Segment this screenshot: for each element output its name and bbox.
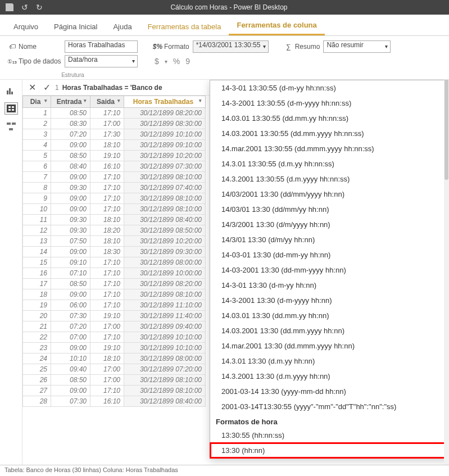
title-bar: ↺ ↻ Cálculo com Horas - Power BI Desktop	[0, 0, 449, 15]
table-row[interactable]: 1607:1017:1030/12/1899 10:00:00	[23, 268, 206, 279]
table-row[interactable]: 1109:3018:1030/12/1899 08:40:00	[23, 215, 206, 225]
chevron-down-icon[interactable]: ▾	[84, 98, 87, 103]
format-option[interactable]: 14.3.2001 13:30:55 (d.m.yyyy hh:nn:ss)	[210, 171, 449, 187]
tab-home[interactable]: Página Inicial	[46, 17, 105, 35]
report-view-button[interactable]	[4, 84, 18, 97]
format-label: Formato	[164, 43, 189, 51]
table-row[interactable]: 608:4016:1030/12/1899 07:30:00	[23, 161, 206, 172]
table-row[interactable]: 1009:0017:1030/12/1899 08:10:00	[23, 204, 206, 215]
table-row[interactable]: 1209:3018:2030/12/1899 08:50:00	[23, 225, 206, 236]
dropdown-section-time: Formatos de hora	[210, 414, 449, 428]
format-option[interactable]: 14/3/01 13:30 (d/m/yy hh:nn)	[210, 232, 449, 247]
format-select[interactable]: *14/03/2001 13:30:55▾	[193, 40, 269, 53]
table-row[interactable]: 1708:5017:1030/12/1899 08:20:00	[23, 279, 206, 289]
table-row[interactable]: 1509:1017:1030/12/1899 08:00:00	[23, 257, 206, 268]
table-row[interactable]: 409:0018:1030/12/1899 09:10:00	[23, 140, 206, 151]
status-bar: Tabela: Banco de Horas (30 linhas) Colun…	[0, 465, 449, 476]
name-input[interactable]: Horas Trabalhadas	[65, 40, 138, 53]
format-option[interactable]: 14.3.01 13:30 (d.m.yy hh:nn)	[210, 353, 449, 369]
data-view-button[interactable]	[4, 102, 18, 115]
cancel-formula-button[interactable]: ✕	[26, 81, 38, 94]
table-row[interactable]: 2608:5017:0030/12/1899 08:10:00	[23, 375, 206, 386]
table-row[interactable]: 2107:2017:0030/12/1899 09:40:00	[23, 321, 206, 332]
commit-formula-button[interactable]: ✓	[40, 81, 53, 94]
format-option[interactable]: 14.mar.2001 13:30 (dd.mmm.yyyy hh:nn)	[210, 338, 449, 353]
table-row[interactable]: 307:2017:3030/12/1899 10:10:00	[23, 129, 206, 140]
chevron-down-icon: ▾	[132, 58, 135, 64]
format-option[interactable]: 14.mar.2001 13:30:55 (dd.mmm.yyyy hh:nn:…	[210, 141, 449, 156]
format-option[interactable]: 14.03.01 13:30 (dd.mm.yy hh:nn)	[210, 308, 449, 323]
format-option[interactable]: 14/3/2001 13:30 (d/m/yyyy hh:nn)	[210, 217, 449, 232]
summary-label: Resumo	[295, 43, 320, 51]
table-row[interactable]: 709:0017:1030/12/1899 08:10:00	[23, 172, 206, 183]
redo-icon[interactable]: ↻	[36, 3, 43, 12]
ribbon-tabs: Arquivo Página Inicial Ajuda Ferramentas…	[0, 15, 449, 36]
scrollbar-thumb[interactable]	[445, 80, 448, 180]
format-option[interactable]: 14-03-01 13:30 (dd-mm-yy hh:nn)	[210, 247, 449, 262]
undo-icon[interactable]: ↺	[21, 3, 28, 12]
sigma-icon: ∑	[284, 43, 293, 51]
format-option[interactable]: 2001-03-14 13:30 (yyyy-mm-dd hh:nn)	[210, 384, 449, 399]
format-option[interactable]: 2001-03-14T13:30:55 (yyyy"-"mm"-"dd"T"hh…	[210, 399, 449, 414]
tab-column-tools[interactable]: Ferramentas de coluna	[229, 15, 324, 35]
col-saida[interactable]: Saida▾	[90, 96, 124, 108]
chevron-down-icon[interactable]: ▾	[44, 98, 47, 103]
chevron-down-icon[interactable]: ▾	[199, 98, 202, 103]
view-rail	[0, 80, 22, 476]
table-row[interactable]: 1307:5018:1030/12/1899 10:20:00	[23, 236, 206, 247]
format-option[interactable]: 14/03/2001 13:30 (dd/mm/yyyy hh:nn)	[210, 187, 449, 202]
tab-help[interactable]: Ajuda	[105, 17, 139, 35]
table-row[interactable]: 1906:0017:1030/12/1899 11:10:00	[23, 300, 206, 311]
table-row[interactable]: 1809:0017:1030/12/1899 08:10:00	[23, 289, 206, 300]
format-option[interactable]: 14-3-01 13:30:55 (d-m-yy hh:nn:ss)	[210, 80, 449, 96]
chevron-down-icon: ▾	[385, 43, 388, 49]
table-row[interactable]: 2709:0017:1030/12/1899 08:10:00	[23, 386, 206, 396]
datatype-icon: ①₂₃	[8, 57, 16, 66]
app-title: Cálculo com Horas - Power BI Desktop	[170, 3, 287, 11]
format-option[interactable]: 14.03.2001 13:30 (dd.mm.yyyy hh:nn)	[210, 323, 449, 338]
format-option[interactable]: 14.03.2001 13:30:55 (dd.mm.yyyy hh:nn:ss…	[210, 126, 449, 141]
type-label: Tipo de dados	[19, 57, 61, 65]
format-option[interactable]: 13:30:55 (hh:nn:ss)	[210, 428, 449, 443]
format-option[interactable]: 14.3.2001 13:30 (d.m.yyyy hh:nn)	[210, 369, 449, 384]
summary-select[interactable]: Não resumir▾	[323, 40, 391, 53]
thousands-button[interactable]: 9	[185, 57, 190, 66]
table-row[interactable]: 2509:4017:0030/12/1899 07:20:00	[23, 364, 206, 375]
scrollbar-vertical[interactable]	[444, 80, 449, 476]
tab-file[interactable]: Arquivo	[6, 17, 46, 35]
format-option[interactable]: 14-3-01 13:30 (d-m-yy hh:nn)	[210, 278, 449, 293]
format-option[interactable]: 14-3-2001 13:30 (d-m-yyyy hh:nn)	[210, 293, 449, 308]
table-row[interactable]: 108:5017:1030/12/1899 08:20:00	[23, 108, 206, 119]
type-select[interactable]: Data/hora▾	[65, 55, 138, 67]
format-option[interactable]: 14.3.01 13:30:55 (d.m.yy hh:nn:ss)	[210, 156, 449, 171]
table-row[interactable]: 1409:0018:3030/12/1899 09:30:00	[23, 247, 206, 257]
table-row[interactable]: 508:5019:1030/12/1899 10:20:00	[23, 151, 206, 161]
table-row[interactable]: 2807:3016:1030/12/1899 08:40:00	[23, 396, 206, 407]
save-icon[interactable]	[6, 3, 13, 11]
format-option[interactable]: 14.03.01 13:30:55 (dd.mm.yy hh:nn:ss)	[210, 111, 449, 126]
col-entrada[interactable]: Entrada▾	[51, 96, 90, 108]
chart-icon	[7, 87, 16, 94]
format-option[interactable]: 14-03-2001 13:30 (dd-mm-yyyy hh:nn)	[210, 262, 449, 278]
model-view-button[interactable]	[4, 120, 18, 133]
table-row[interactable]: 208:3017:0030/12/1899 08:30:00	[23, 119, 206, 129]
table-icon	[7, 105, 16, 112]
col-dia[interactable]: Dia▾	[23, 96, 51, 108]
col-horas-trabalhadas[interactable]: Horas Trabalhadas▾	[124, 96, 206, 108]
chevron-down-icon[interactable]: ▾	[117, 98, 120, 103]
name-label: Nome	[19, 43, 37, 51]
table-row[interactable]: 2410:1018:1030/12/1899 08:00:00	[23, 353, 206, 364]
chevron-down-icon[interactable]: ▾	[165, 58, 167, 65]
formula-text[interactable]: 1Horas Trabalhadas = 'Banco de	[55, 84, 162, 92]
format-option[interactable]: 14/03/01 13:30 (dd/mm/yy hh:nn)	[210, 202, 449, 217]
table-row[interactable]: 2007:3019:1030/12/1899 11:40:00	[23, 311, 206, 321]
percent-button[interactable]: %	[173, 57, 180, 66]
table-row[interactable]: 909:0017:1030/12/1899 08:10:00	[23, 193, 206, 204]
table-row[interactable]: 2207:0017:1030/12/1899 10:10:00	[23, 332, 206, 343]
format-option[interactable]: 13:30 (hh:nn)	[210, 443, 449, 458]
table-row[interactable]: 809:3017:1030/12/1899 07:40:00	[23, 183, 206, 193]
table-row[interactable]: 2309:0019:1030/12/1899 10:10:00	[23, 343, 206, 353]
currency-button[interactable]: $	[155, 57, 159, 66]
tab-table-tools[interactable]: Ferramentas da tabela	[140, 17, 229, 35]
format-option[interactable]: 14-3-2001 13:30:55 (d-m-yyyy hh:nn:ss)	[210, 96, 449, 111]
